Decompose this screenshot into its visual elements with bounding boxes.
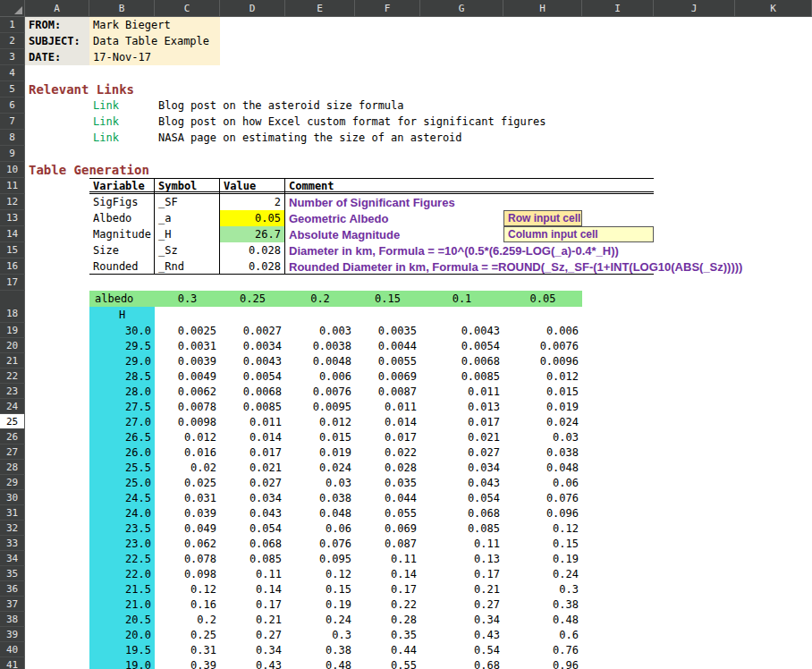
link-description[interactable]: Blog post on the asteroid size formula [155,97,735,114]
data-cell[interactable]: 0.06 [285,521,355,536]
tg-header-variable[interactable]: Variable [89,178,155,194]
data-cell[interactable]: 0.12 [285,566,355,581]
col-header-H[interactable]: H [503,0,582,17]
data-cell[interactable]: 0.043 [420,475,503,490]
data-cell[interactable]: 0.085 [220,551,285,566]
data-cell[interactable]: 0.0043 [220,353,285,368]
data-cell[interactable]: 0.0031 [155,338,220,353]
data-cell[interactable]: 0.68 [420,657,503,669]
data-cell[interactable]: 0.012 [155,429,220,445]
data-cell[interactable]: 0.044 [355,490,420,505]
data-cell[interactable]: 0.031 [155,490,220,505]
data-cell[interactable]: 0.27 [420,597,503,612]
row-header-1[interactable]: 1 [0,17,25,33]
row-header-35[interactable]: 35 [0,566,25,581]
row-header-12[interactable]: 12 [0,194,25,210]
data-cell[interactable]: 0.11 [355,551,420,566]
data-cell[interactable]: 0.21 [420,581,503,597]
h-value-cell[interactable]: 21.0 [89,597,155,612]
col-header-J[interactable]: J [654,0,735,17]
tg-comment[interactable]: Rounded Diameter in km, Formula = =ROUND… [285,258,812,275]
row-header-38[interactable]: 38 [0,612,25,627]
row-header-41[interactable]: 41 [0,657,25,669]
memo-value[interactable]: Mark Biegert [89,17,220,33]
data-cell[interactable]: 0.017 [355,429,420,445]
data-cell[interactable]: 0.027 [220,475,285,490]
hyperlink[interactable]: Link [89,130,155,146]
data-cell[interactable]: 0.02 [155,460,220,475]
albedo-header-cell[interactable]: 0.3 [155,291,220,323]
data-cell[interactable]: 0.24 [285,612,355,627]
albedo-header-cell[interactable]: 0.25 [220,291,285,323]
row-header-37[interactable]: 37 [0,597,25,612]
data-cell[interactable]: 0.6 [503,627,582,642]
data-cell[interactable]: 0.011 [220,414,285,429]
data-cell[interactable]: 0.034 [420,460,503,475]
h-value-cell[interactable]: 23.0 [89,536,155,551]
note-column-input-cell[interactable]: Column input cell [503,226,654,242]
data-cell[interactable]: 0.025 [155,475,220,490]
data-cell[interactable]: 0.22 [355,597,420,612]
data-cell[interactable]: 0.14 [355,566,420,581]
row-header-40[interactable]: 40 [0,642,25,657]
data-cell[interactable]: 0.054 [220,521,285,536]
data-cell[interactable]: 0.0044 [355,338,420,353]
data-cell[interactable]: 0.11 [420,536,503,551]
albedo-header-cell[interactable]: 0.1 [420,291,503,323]
note-row-input-cell[interactable]: Row input cell [503,210,582,226]
h-value-cell[interactable]: 23.5 [89,521,155,536]
h-value-cell[interactable]: 21.5 [89,581,155,597]
data-cell[interactable]: 0.0049 [155,368,220,384]
row-header-10[interactable]: 10 [0,162,25,178]
data-cell[interactable]: 0.0054 [220,368,285,384]
data-cell[interactable]: 0.0039 [155,353,220,368]
data-cell[interactable]: 0.25 [155,627,220,642]
row-header-28[interactable]: 28 [0,460,25,475]
data-cell[interactable]: 0.087 [355,536,420,551]
data-cell[interactable]: 0.022 [355,445,420,460]
row-header-9[interactable]: 9 [0,146,25,162]
data-cell[interactable]: 0.012 [285,414,355,429]
row-header-17[interactable]: 17 [0,275,25,291]
data-cell[interactable]: 0.055 [355,505,420,521]
data-cell[interactable]: 0.011 [420,384,503,399]
row-header-4[interactable]: 4 [0,65,25,81]
memo-label[interactable]: DATE: [25,49,89,65]
data-cell[interactable]: 0.069 [355,521,420,536]
data-cell[interactable]: 0.3 [285,627,355,642]
data-cell[interactable]: 0.096 [503,505,582,521]
row-header-36[interactable]: 36 [0,581,25,597]
data-cell[interactable]: 0.34 [220,642,285,657]
data-cell[interactable]: 0.014 [220,429,285,445]
row-header-15[interactable]: 15 [0,242,25,258]
row-header-16[interactable]: 16 [0,258,25,275]
data-cell[interactable]: 0.019 [285,445,355,460]
data-cell[interactable]: 0.0034 [220,338,285,353]
tg-variable[interactable]: Size [89,242,155,258]
data-cell[interactable]: 0.39 [155,657,220,669]
tg-comment[interactable]: Number of Significant Figures [285,194,812,210]
data-cell[interactable]: 0.12 [503,521,582,536]
data-cell[interactable]: 0.48 [503,612,582,627]
data-cell[interactable]: 0.03 [503,429,582,445]
h-value-cell[interactable]: 28.5 [89,368,155,384]
data-cell[interactable]: 0.0035 [355,323,420,338]
row-header-7[interactable]: 7 [0,114,25,130]
h-value-cell[interactable]: 19.0 [89,657,155,669]
data-cell[interactable]: 0.96 [503,657,582,669]
tg-variable[interactable]: Albedo [89,210,155,226]
tg-symbol[interactable]: _Sz [155,242,220,258]
h-value-cell[interactable]: 24.0 [89,505,155,521]
memo-label[interactable]: SUBJECT: [25,33,89,49]
data-cell[interactable]: 0.13 [420,551,503,566]
row-header-30[interactable]: 30 [0,490,25,505]
tg-value[interactable]: 0.05 [220,210,285,226]
data-cell[interactable]: 0.078 [155,551,220,566]
data-cell[interactable]: 0.049 [155,521,220,536]
data-cell[interactable]: 0.34 [420,612,503,627]
link-description[interactable]: Blog post on how Excel custom format for… [155,114,735,130]
data-cell[interactable]: 0.0076 [285,384,355,399]
row-header-22[interactable]: 22 [0,368,25,384]
tg-symbol[interactable]: _H [155,226,220,242]
albedo-header-cell[interactable]: 0.15 [355,291,420,323]
